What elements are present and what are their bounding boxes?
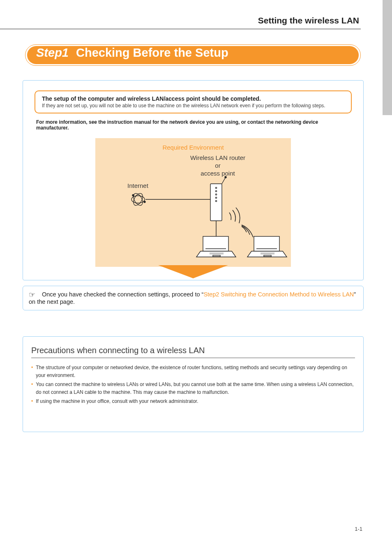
precaution-item: • If using the machine in your office, c… — [31, 398, 355, 405]
bullet-icon: • — [31, 381, 33, 396]
step-title: Checking Before the Setup — [76, 46, 228, 60]
setup-required-note: The setup of the computer and wireless L… — [35, 90, 352, 113]
setup-note-sub: If they are not set up, you will not be … — [42, 103, 344, 109]
page-header-title: Setting the wireless LAN — [258, 16, 359, 25]
precaution-item: • You can connect the machine to wireles… — [31, 381, 355, 396]
precaution-text: You can connect the machine to wireless … — [36, 381, 355, 396]
proceed-prefix: Once you have checked the connection set… — [42, 291, 203, 298]
main-content-frame: The setup of the computer and wireless L… — [23, 80, 364, 280]
step-number: Step1 — [36, 46, 69, 60]
svg-point-2 — [131, 192, 145, 207]
svg-rect-18 — [210, 252, 224, 254]
step-heading: Step1 Checking Before the Setup — [25, 44, 361, 66]
precautions-rule — [31, 358, 355, 358]
page-number: 1-1 — [355, 526, 362, 532]
side-tab — [383, 0, 392, 115]
svg-point-4 — [144, 201, 145, 203]
svg-point-3 — [132, 194, 134, 196]
precautions-title: Precautions when connecting to a wireles… — [31, 346, 355, 355]
svg-line-7 — [222, 178, 225, 184]
setup-note-bold: The setup of the computer and wireless L… — [42, 95, 344, 102]
more-info-text: For more information, see the instructio… — [36, 119, 350, 131]
precaution-text: The structure of your computer or networ… — [36, 364, 355, 379]
network-diagram-icon — [86, 154, 306, 261]
environment-diagram-box: Required Environment Wireless LAN router… — [95, 138, 291, 267]
step2-link[interactable]: Step2 Switching the Connection Method to… — [203, 291, 354, 298]
bullet-icon: • — [31, 364, 33, 379]
svg-point-8 — [225, 176, 226, 178]
proceed-instruction: ☞ Once you have checked the connection s… — [23, 286, 364, 310]
precaution-item: • The structure of your computer or netw… — [31, 364, 355, 379]
bullet-icon: • — [31, 398, 33, 405]
environment-title: Required Environment — [103, 144, 284, 151]
precaution-text: If using the machine in your office, con… — [36, 398, 198, 405]
svg-rect-6 — [210, 184, 222, 221]
header-rule — [0, 29, 361, 29]
continue-arrow-icon — [158, 265, 228, 278]
precautions-section: Precautions when connecting to a wireles… — [23, 336, 364, 432]
svg-rect-22 — [261, 252, 274, 254]
pointing-hand-icon: ☞ — [29, 291, 40, 298]
